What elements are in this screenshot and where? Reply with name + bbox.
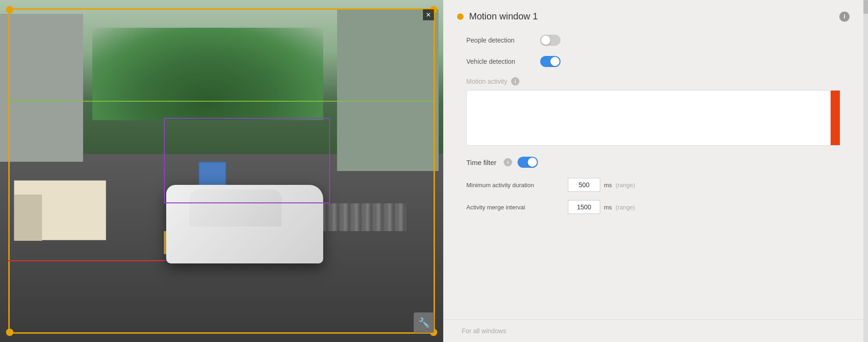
- motion-window-title: Motion window 1: [469, 11, 839, 22]
- building-right: [337, 9, 439, 171]
- close-button[interactable]: ✕: [423, 9, 434, 20]
- min-activity-duration-row: Minimum activity duration ms (range): [457, 178, 850, 192]
- vehicle-detection-toggle[interactable]: [540, 56, 561, 67]
- vehicle-detection-label: Vehicle detection: [466, 58, 540, 65]
- trees: [92, 28, 323, 120]
- activity-graph: [466, 90, 840, 146]
- truck-cab: [14, 195, 42, 241]
- motion-window-dot: [457, 13, 464, 20]
- people-detection-toggle[interactable]: [540, 35, 561, 46]
- min-activity-duration-range: (range): [615, 182, 635, 189]
- min-activity-duration-label: Minimum activity duration: [466, 182, 568, 189]
- activity-merge-interval-label: Activity merge interval: [466, 204, 568, 211]
- activity-graph-inner: [467, 91, 831, 145]
- min-activity-duration-unit: ms: [604, 182, 612, 189]
- time-filter-row: Time filter i: [457, 157, 850, 168]
- activity-bar: [831, 91, 840, 145]
- activity-merge-interval-row: Activity merge interval ms (range): [457, 200, 850, 214]
- motion-activity-row: Motion activity i: [457, 77, 850, 86]
- vehicle-detection-toggle-thumb: [550, 57, 560, 66]
- camera-panel: ✕ 🔧: [0, 0, 443, 342]
- title-info-icon[interactable]: i: [839, 12, 850, 22]
- activity-merge-interval-unit: ms: [604, 204, 612, 211]
- motion-activity-info-icon[interactable]: i: [511, 77, 519, 86]
- settings-panel: Motion window 1 i People detection Vehic…: [443, 0, 868, 342]
- building-left: [0, 14, 83, 162]
- motion-activity-label: Motion activity: [466, 78, 507, 85]
- scrollbar-thumb[interactable]: [863, 0, 868, 14]
- title-row: Motion window 1 i: [457, 11, 850, 22]
- vehicle-detection-row: Vehicle detection: [457, 56, 850, 67]
- people-detection-label: People detection: [466, 37, 540, 44]
- detected-car: [166, 185, 323, 263]
- people-detection-row: People detection: [457, 35, 850, 46]
- time-filter-label: Time filter: [466, 159, 496, 166]
- for-all-windows-link[interactable]: For all windows: [462, 327, 506, 335]
- time-filter-toggle[interactable]: [518, 157, 538, 168]
- settings-content: Motion window 1 i People detection Vehic…: [443, 0, 868, 319]
- wrench-button[interactable]: 🔧: [414, 312, 434, 333]
- time-filter-info-icon[interactable]: i: [504, 158, 512, 166]
- truck: [14, 180, 106, 240]
- panel-footer: For all windows: [443, 319, 868, 342]
- camera-feed: ✕ 🔧: [0, 0, 443, 342]
- time-filter-toggle-thumb: [528, 158, 537, 167]
- car-roof: [189, 189, 282, 226]
- activity-merge-interval-range: (range): [615, 204, 635, 211]
- activity-merge-interval-input[interactable]: [568, 200, 600, 214]
- people-detection-toggle-thumb: [541, 36, 550, 45]
- min-activity-duration-input[interactable]: [568, 178, 600, 192]
- scrollbar-track: [863, 0, 868, 342]
